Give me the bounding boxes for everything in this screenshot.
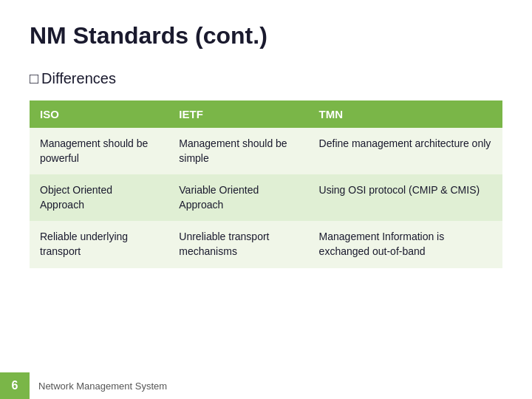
cell-r2-c2: Management Information is exchanged out-… bbox=[309, 221, 502, 267]
cell-r0-c2: Define management architecture only bbox=[309, 128, 502, 174]
footer-label: Network Management System bbox=[30, 381, 167, 392]
cell-r1-c0: Object Oriented Approach bbox=[30, 174, 168, 221]
cell-r1-c1: Variable Oriented Approach bbox=[168, 174, 308, 221]
col-header-iso: ISO bbox=[30, 100, 168, 128]
comparison-table: ISO IETF TMN Management should be powerf… bbox=[30, 100, 502, 268]
col-header-ietf: IETF bbox=[168, 100, 308, 128]
slide-subtitle: Differences bbox=[30, 70, 502, 87]
slide: NM Standards (cont.) Differences ISO IET… bbox=[0, 0, 532, 399]
cell-r1-c2: Using OSI protocol (CMIP & CMIS) bbox=[309, 174, 502, 221]
table-row: Object Oriented ApproachVariable Oriente… bbox=[30, 174, 502, 221]
cell-r2-c0: Reliable underlying transport bbox=[30, 221, 168, 267]
slide-footer: 6 Network Management System bbox=[0, 372, 532, 399]
slide-title: NM Standards (cont.) bbox=[30, 22, 502, 50]
page-number: 6 bbox=[0, 372, 30, 399]
table-row: Reliable underlying transportUnreliable … bbox=[30, 221, 502, 267]
cell-r2-c1: Unreliable transport mechanisms bbox=[168, 221, 308, 267]
table-row: Management should be powerfulManagement … bbox=[30, 128, 502, 174]
col-header-tmn: TMN bbox=[309, 100, 502, 128]
cell-r0-c0: Management should be powerful bbox=[30, 128, 168, 174]
cell-r0-c1: Management should be simple bbox=[168, 128, 308, 174]
